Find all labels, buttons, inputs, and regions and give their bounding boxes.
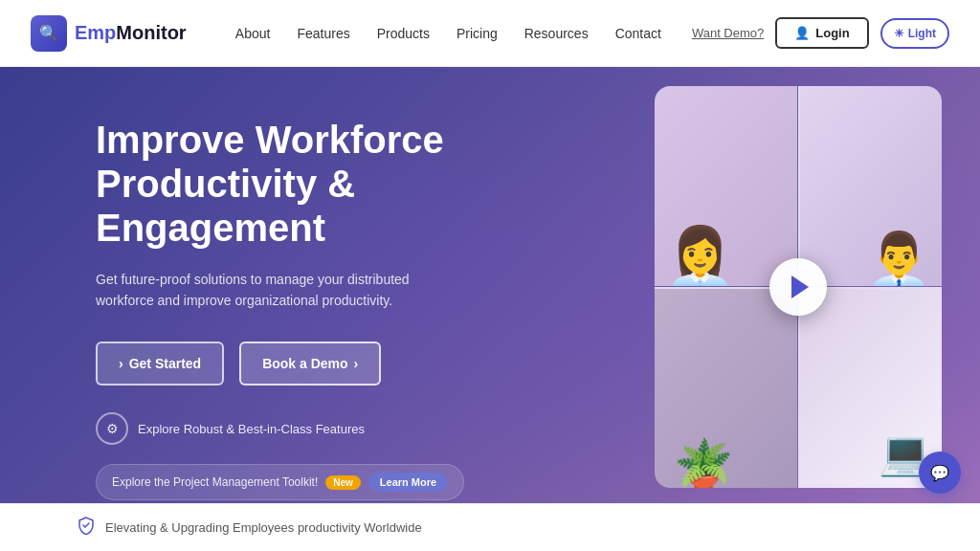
- hero-section: Improve Workforce Productivity & Engagem…: [0, 67, 980, 551]
- nav-links: About Features Products Pricing Resource…: [235, 26, 661, 41]
- get-started-button[interactable]: › Get Started: [96, 342, 224, 386]
- logo-text: EmpMonitor: [75, 22, 187, 44]
- hero-image-top-right: [800, 86, 943, 286]
- logo-search-icon: 🔍: [39, 24, 58, 42]
- bottom-bar-text: Elevating & Upgrading Employees producti…: [105, 520, 422, 535]
- light-mode-button[interactable]: ☀ Light: [880, 18, 949, 49]
- hero-title-line2: Productivity & Engagement: [96, 163, 355, 249]
- hero-image-top-left: [655, 86, 797, 286]
- logo[interactable]: 🔍 EmpMonitor: [31, 15, 187, 52]
- login-label: Login: [815, 26, 849, 40]
- play-icon: [791, 276, 809, 298]
- chat-bubble-button[interactable]: 💬: [919, 452, 961, 494]
- hero-image-collage: [655, 86, 942, 488]
- nav-right: Want Demo? 👤 Login ☀ Light: [692, 17, 949, 49]
- logo-icon: 🔍: [31, 15, 67, 52]
- navbar: 🔍 EmpMonitor About Features Products Pri…: [0, 0, 980, 67]
- hero-title-line1: Improve Workforce: [96, 119, 444, 161]
- user-icon: 👤: [794, 26, 810, 40]
- learn-more-button[interactable]: Learn More: [368, 473, 448, 492]
- hero-image-bottom-left: [655, 289, 797, 489]
- nav-contact[interactable]: Contact: [615, 26, 661, 41]
- book-demo-label: Book a Demo: [262, 356, 347, 371]
- get-started-label: Get Started: [129, 356, 201, 371]
- logo-prefix: Emp: [75, 22, 116, 43]
- arrow-right-icon: ›: [354, 356, 359, 371]
- book-demo-button[interactable]: Book a Demo ›: [239, 342, 381, 386]
- logo-suffix: Monitor: [116, 22, 186, 43]
- explore-features: ⚙ Explore Robust & Best-in-Class Feature…: [96, 412, 498, 445]
- hero-title: Improve Workforce Productivity & Engagem…: [96, 118, 498, 250]
- toolkit-text: Explore the Project Management Toolkit!: [112, 475, 318, 489]
- bottom-bar-content: Elevating & Upgrading Employees producti…: [77, 516, 422, 540]
- bottom-bar: Elevating & Upgrading Employees producti…: [0, 503, 980, 551]
- nav-features[interactable]: Features: [297, 26, 349, 41]
- login-button[interactable]: 👤 Login: [775, 17, 868, 49]
- toolkit-bar[interactable]: Explore the Project Management Toolkit! …: [96, 464, 464, 500]
- hero-subtitle: Get future-proof solutions to manage you…: [96, 269, 421, 312]
- explore-gear-icon: ⚙: [96, 412, 128, 445]
- want-demo-label[interactable]: Want Demo?: [692, 26, 764, 40]
- nav-products[interactable]: Products: [377, 26, 430, 41]
- chevron-right-icon: ›: [119, 356, 123, 371]
- hero-content: Improve Workforce Productivity & Engagem…: [0, 118, 536, 501]
- explore-text: Explore Robust & Best-in-Class Features: [138, 422, 365, 436]
- chat-icon: 💬: [930, 464, 949, 482]
- nav-resources[interactable]: Resources: [524, 26, 589, 41]
- hero-buttons: › Get Started Book a Demo ›: [96, 342, 498, 386]
- play-button[interactable]: [769, 258, 827, 316]
- nav-pricing[interactable]: Pricing: [457, 26, 498, 41]
- nav-about[interactable]: About: [235, 26, 271, 41]
- new-badge: New: [325, 475, 361, 490]
- shield-icon: [77, 516, 96, 540]
- sun-icon: ☀: [894, 27, 904, 40]
- hero-image-bottom-right: [800, 289, 943, 489]
- light-label: Light: [908, 27, 936, 40]
